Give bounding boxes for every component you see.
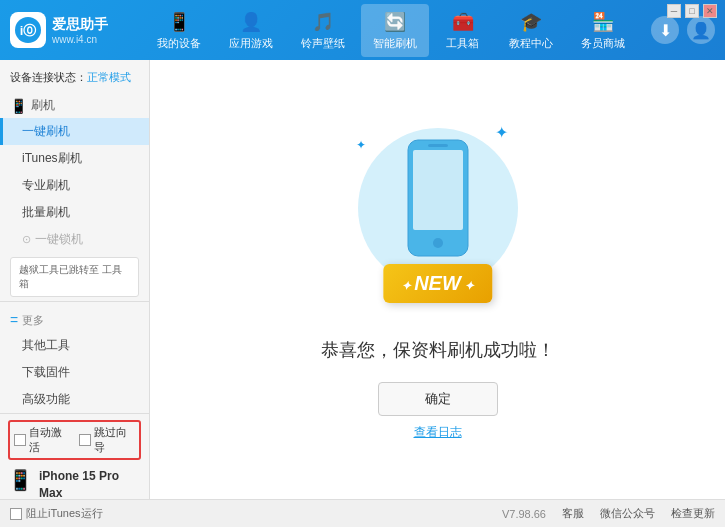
sidebar-item-one-key-flash[interactable]: 一键刷机 bbox=[0, 118, 149, 145]
sidebar-item-advanced[interactable]: 高级功能 bbox=[0, 386, 149, 413]
success-message: 恭喜您，保资料刷机成功啦！ bbox=[321, 338, 555, 362]
stop-itunes-checkbox[interactable] bbox=[10, 508, 22, 520]
success-illustration: ✦ ✦ NEW bbox=[348, 118, 528, 318]
tools-icon: 🧰 bbox=[451, 10, 475, 34]
svg-rect-3 bbox=[413, 150, 463, 230]
minimize-button[interactable]: ─ bbox=[667, 4, 681, 18]
nav-my-device[interactable]: 📱 我的设备 bbox=[145, 4, 213, 57]
app-games-icon: 👤 bbox=[239, 10, 263, 34]
flash-section-icon: 📱 bbox=[10, 98, 27, 114]
ringtone-icon: 🎵 bbox=[311, 10, 335, 34]
sidebar-item-itunes-flash[interactable]: iTunes刷机 bbox=[0, 145, 149, 172]
service-icon: 🏪 bbox=[591, 10, 615, 34]
flash-section-header[interactable]: 📱 刷机 bbox=[0, 93, 149, 118]
auto-activate-checkbox[interactable] bbox=[14, 434, 26, 446]
view-log-link[interactable]: 查看日志 bbox=[414, 424, 462, 441]
sparkle-icon-1: ✦ bbox=[495, 123, 508, 142]
sidebar-divider bbox=[0, 301, 149, 302]
sidebar-item-one-key-lock: ⊙ 一键锁机 bbox=[0, 226, 149, 253]
header-right: ⬇ 👤 bbox=[651, 16, 715, 44]
nav-service[interactable]: 🏪 务员商城 bbox=[569, 4, 637, 57]
svg-text:i⓪: i⓪ bbox=[20, 23, 38, 38]
sidebar: 设备连接状态：正常模式 📱 刷机 一键刷机 iTunes刷机 专业刷机 批量刷机… bbox=[0, 60, 150, 499]
sidebar-notice: 越狱工具已跳转至 工具箱 bbox=[10, 257, 139, 297]
connection-status: 设备连接状态：正常模式 bbox=[0, 66, 149, 89]
window-controls: ─ □ ✕ bbox=[667, 4, 717, 18]
skip-guide-checkbox-label[interactable]: 跳过向导 bbox=[79, 425, 136, 455]
footer: 阻止iTunes运行 V7.98.66 客服 微信公众号 检查更新 bbox=[0, 499, 725, 527]
sidebar-item-other-tools[interactable]: 其他工具 bbox=[0, 332, 149, 359]
device-phone-icon: 📱 bbox=[8, 468, 33, 492]
close-button[interactable]: ✕ bbox=[703, 4, 717, 18]
new-badge: NEW bbox=[383, 264, 492, 303]
smart-flash-icon: 🔄 bbox=[383, 10, 407, 34]
auto-activate-row: 自动激活 跳过向导 bbox=[8, 420, 141, 460]
footer-link-update[interactable]: 检查更新 bbox=[671, 506, 715, 521]
sidebar-item-pro-flash[interactable]: 专业刷机 bbox=[0, 172, 149, 199]
nav-tutorial[interactable]: 🎓 教程中心 bbox=[497, 4, 565, 57]
svg-point-4 bbox=[433, 238, 443, 248]
sidebar-item-download-firmware[interactable]: 下载固件 bbox=[0, 359, 149, 386]
confirm-button[interactable]: 确定 bbox=[378, 382, 498, 416]
sidebar-item-batch-flash[interactable]: 批量刷机 bbox=[0, 199, 149, 226]
logo: i⓪ 爱思助手 www.i4.cn bbox=[10, 12, 130, 48]
auto-activate-checkbox-label[interactable]: 自动激活 bbox=[14, 425, 71, 455]
maximize-button[interactable]: □ bbox=[685, 4, 699, 18]
user-button[interactable]: 👤 bbox=[687, 16, 715, 44]
download-button[interactable]: ⬇ bbox=[651, 16, 679, 44]
nav-bar: 📱 我的设备 👤 应用游戏 🎵 铃声壁纸 🔄 智能刷机 🧰 工具箱 🎓 bbox=[130, 4, 651, 57]
main-layout: 设备连接状态：正常模式 📱 刷机 一键刷机 iTunes刷机 专业刷机 批量刷机… bbox=[0, 60, 725, 499]
stop-itunes-control: 阻止iTunes运行 bbox=[10, 506, 103, 521]
more-section-header: = 更多 bbox=[0, 306, 149, 332]
my-device-icon: 📱 bbox=[167, 10, 191, 34]
device-text: iPhone 15 Pro Max 512GB iPhone bbox=[39, 468, 141, 499]
tutorial-icon: 🎓 bbox=[519, 10, 543, 34]
version-label: V7.98.66 bbox=[502, 508, 546, 520]
header: i⓪ 爱思助手 www.i4.cn 📱 我的设备 👤 应用游戏 🎵 铃声壁纸 bbox=[0, 0, 725, 60]
nav-tools[interactable]: 🧰 工具箱 bbox=[433, 4, 493, 57]
phone-illustration bbox=[403, 138, 473, 262]
footer-link-wechat[interactable]: 微信公众号 bbox=[600, 506, 655, 521]
sparkle-icon-2: ✦ bbox=[356, 138, 366, 152]
svg-rect-5 bbox=[428, 144, 448, 147]
footer-link-support[interactable]: 客服 bbox=[562, 506, 584, 521]
nav-app-games[interactable]: 👤 应用游戏 bbox=[217, 4, 285, 57]
logo-icon: i⓪ bbox=[10, 12, 46, 48]
logo-text: 爱思助手 www.i4.cn bbox=[52, 16, 108, 45]
skip-guide-checkbox[interactable] bbox=[79, 434, 91, 446]
main-content: ✦ ✦ NEW 恭喜您，保资料刷机成功啦！ 确定 查看日志 bbox=[150, 60, 725, 499]
device-section: 自动激活 跳过向导 📱 iPhone 15 Pro Max 512GB iPho… bbox=[0, 413, 149, 499]
device-info: 📱 iPhone 15 Pro Max 512GB iPhone bbox=[8, 464, 141, 499]
flash-section: 📱 刷机 一键刷机 iTunes刷机 专业刷机 批量刷机 ⊙ 一键锁机 越狱工具… bbox=[0, 93, 149, 297]
nav-smart-flash[interactable]: 🔄 智能刷机 bbox=[361, 4, 429, 57]
nav-ringtone[interactable]: 🎵 铃声壁纸 bbox=[289, 4, 357, 57]
